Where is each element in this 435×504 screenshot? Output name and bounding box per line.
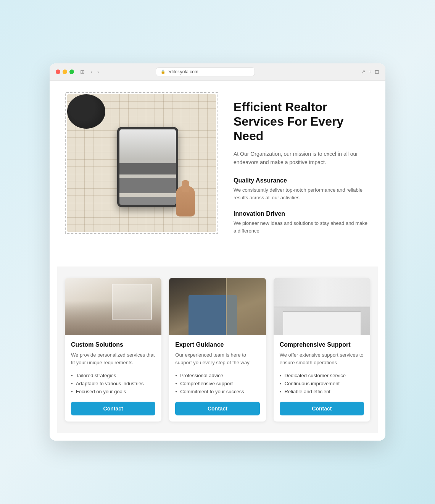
card-body-custom: Custom Solutions We provide personalized… <box>65 335 161 422</box>
feature-quality: Quality Assurance We consistently delive… <box>234 177 370 201</box>
list-item: Continuous improvement <box>280 380 364 388</box>
card-list-custom: Tailored strategies Adaptable to various… <box>71 372 155 396</box>
card-custom-solutions: Custom Solutions We provide personalized… <box>65 278 161 422</box>
browser-window: ⊞ ‹ › 🔒 editor.yola.com ↗ + ⊡ <box>50 63 385 441</box>
hero-text: Efficient Realtor Services For Every Nee… <box>234 92 370 244</box>
new-tab-icon[interactable]: + <box>369 69 372 75</box>
list-item: Dedicated customer service <box>280 372 364 380</box>
list-item: Adaptable to various industries <box>71 380 155 388</box>
card-list-expert: Professional advice Comprehensive suppor… <box>175 372 259 396</box>
address-bar[interactable]: 🔒 editor.yola.com <box>156 67 255 76</box>
card-expert-guidance: Expert Guidance Our experienced team is … <box>169 278 266 422</box>
contact-button-expert[interactable]: Contact <box>175 402 259 415</box>
forward-button[interactable]: › <box>96 68 101 76</box>
kitchen-photo <box>274 278 370 335</box>
hero-title: Efficient Realtor Services For Every Nee… <box>234 100 370 144</box>
card-body-comprehensive: Comprehensive Support We offer extensive… <box>274 335 370 422</box>
living-photo <box>169 278 266 335</box>
feature-innovation-desc: We pioneer new ideas and solutions to st… <box>234 220 370 234</box>
feature-innovation-title: Innovation Driven <box>234 210 370 217</box>
section-divider <box>57 255 378 267</box>
hero-image <box>67 94 216 232</box>
hand-image <box>170 178 201 220</box>
card-comprehensive-support: Comprehensive Support We offer extensive… <box>274 278 370 422</box>
card-image-bedroom <box>65 278 161 335</box>
minimize-button[interactable] <box>63 69 67 74</box>
hand-shape <box>176 186 195 216</box>
card-body-expert: Expert Guidance Our experienced team is … <box>169 335 266 422</box>
browser-chrome: ⊞ ‹ › 🔒 editor.yola.com ↗ + ⊡ <box>50 63 385 81</box>
maximize-button[interactable] <box>69 69 74 74</box>
hero-image-container <box>65 92 218 234</box>
bedroom-photo <box>65 278 161 335</box>
page-content: Efficient Realtor Services For Every Nee… <box>50 81 385 441</box>
dashed-border <box>65 92 218 234</box>
cards-grid: Custom Solutions We provide personalized… <box>65 278 370 422</box>
card-image-kitchen <box>274 278 370 335</box>
url-text: editor.yola.com <box>168 69 198 74</box>
feature-quality-title: Quality Assurance <box>234 177 370 184</box>
list-item: Commitment to your success <box>175 388 259 396</box>
card-desc-comprehensive: We offer extensive support services to e… <box>280 351 364 366</box>
card-desc-expert: Our experienced team is here to support … <box>175 351 259 366</box>
traffic-lights <box>56 69 74 74</box>
hat-image <box>67 94 105 129</box>
tablet-image <box>117 127 178 207</box>
list-item: Reliable and efficient <box>280 388 364 396</box>
tabs-icon[interactable]: ⊞ <box>80 69 85 75</box>
share-icon[interactable]: ↗ <box>361 69 366 75</box>
contact-button-custom[interactable]: Contact <box>71 402 155 415</box>
tablet-screen <box>119 129 176 205</box>
list-item: Professional advice <box>175 372 259 380</box>
list-item: Comprehensive support <box>175 380 259 388</box>
card-title-custom: Custom Solutions <box>71 341 155 348</box>
card-title-expert: Expert Guidance <box>175 341 259 348</box>
lock-icon: 🔒 <box>161 69 165 74</box>
cards-section: Custom Solutions We provide personalized… <box>57 267 378 433</box>
list-item: Focused on your goals <box>71 388 155 396</box>
close-button[interactable] <box>56 69 60 74</box>
list-item: Tailored strategies <box>71 372 155 380</box>
browser-actions: ↗ + ⊡ <box>361 69 379 75</box>
feature-quality-desc: We consistently deliver top-notch perfor… <box>234 186 370 201</box>
hero-section: Efficient Realtor Services For Every Nee… <box>57 88 378 255</box>
card-desc-custom: We provide personalized services that fi… <box>71 351 155 366</box>
feature-innovation: Innovation Driven We pioneer new ideas a… <box>234 210 370 234</box>
card-image-living <box>169 278 266 335</box>
more-icon[interactable]: ⊡ <box>375 69 379 75</box>
card-list-comprehensive: Dedicated customer service Continuous im… <box>280 372 364 396</box>
hero-subtitle: At Our Organization, our mission is to e… <box>234 150 370 167</box>
contact-button-comprehensive[interactable]: Contact <box>280 402 364 415</box>
back-button[interactable]: ‹ <box>89 68 94 76</box>
nav-arrows: ‹ › <box>89 68 100 76</box>
card-title-comprehensive: Comprehensive Support <box>280 341 364 348</box>
